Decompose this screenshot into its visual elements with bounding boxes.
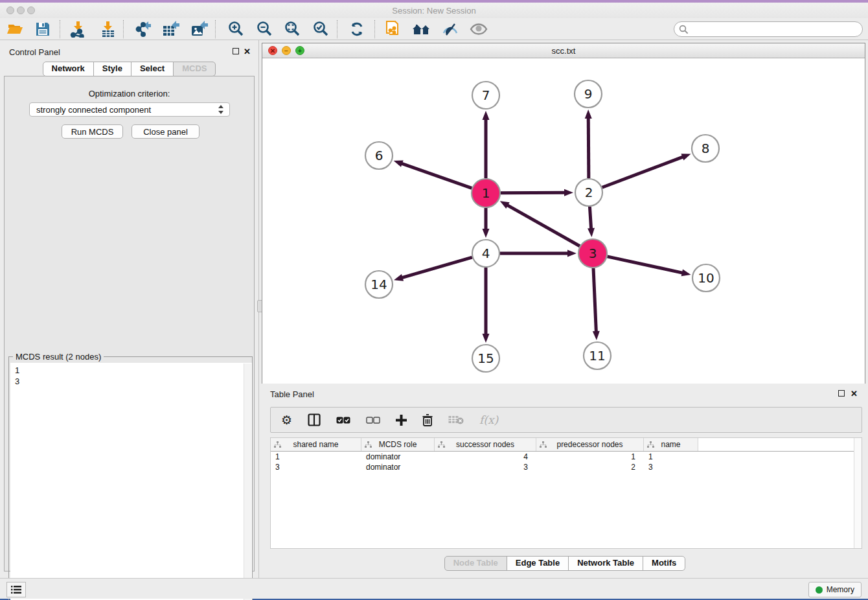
sort-column-icon[interactable] <box>365 441 372 448</box>
table-cell[interactable]: 1 <box>644 452 698 462</box>
edge-3-10[interactable] <box>607 257 683 273</box>
network-graph[interactable]: 7968124314101511 <box>262 59 865 384</box>
clone-network-button[interactable] <box>383 19 403 39</box>
table-cell[interactable]: 3 <box>435 462 536 472</box>
search-input[interactable] <box>689 25 862 34</box>
table-cell[interactable]: 4 <box>435 452 536 462</box>
close-panel-button[interactable]: Close panel <box>131 124 200 139</box>
run-mcds-button[interactable]: Run MCDS <box>62 124 123 139</box>
toolbar-separator <box>374 20 375 38</box>
network-window-titlebar[interactable]: ✕ − + scc.txt <box>262 43 865 58</box>
search-box[interactable] <box>674 21 863 37</box>
table-cell[interactable]: 3 <box>271 462 361 472</box>
toolbar-separator <box>123 20 124 38</box>
export-image-icon <box>190 21 209 38</box>
deselect-all-rows-button[interactable] <box>366 417 380 424</box>
column-header-name[interactable]: name <box>644 438 698 451</box>
zoom-out-button[interactable] <box>255 19 274 39</box>
node-label-7: 7 <box>482 87 490 103</box>
mcds-result-area[interactable]: 1 3 <box>10 363 252 600</box>
result-scrollbar[interactable] <box>244 363 251 600</box>
criterion-select[interactable]: strongly connected component <box>29 102 230 117</box>
tab-mcds[interactable]: MCDS <box>173 62 216 76</box>
show-hide-button[interactable] <box>469 19 488 39</box>
export-image-button[interactable] <box>190 19 209 39</box>
edge-2-3[interactable] <box>589 207 591 230</box>
zoom-selected-button[interactable] <box>311 19 330 39</box>
add-column-button[interactable] <box>396 415 407 426</box>
edge-arrowhead <box>593 331 600 340</box>
home-button[interactable] <box>412 19 431 39</box>
tab-node-table[interactable]: Node Table <box>444 556 507 571</box>
table-toolbar: ⚙ f(x) <box>270 407 862 433</box>
save-session-button[interactable] <box>33 19 52 39</box>
export-network-button[interactable] <box>133 19 153 39</box>
node-table[interactable]: shared nameMCDS rolesuccessor nodesprede… <box>270 437 862 549</box>
export-table-button[interactable] <box>161 19 181 39</box>
sort-column-icon[interactable] <box>438 441 445 448</box>
edge-2-9[interactable] <box>588 117 589 178</box>
column-header-shared-name[interactable]: shared name <box>271 438 361 451</box>
edge-arrowhead <box>585 110 592 119</box>
tab-style[interactable]: Style <box>93 62 131 76</box>
edge-3-1[interactable] <box>506 205 580 246</box>
column-settings-button[interactable]: ⚙ <box>281 414 292 426</box>
float-table-panel-icon[interactable] <box>838 390 845 397</box>
table-tabs: Node TableEdge TableNetwork TableMotifs <box>262 556 868 571</box>
zoom-in-button[interactable] <box>226 19 246 39</box>
delete-columns-button[interactable] <box>422 414 433 426</box>
network-canvas[interactable]: 7968124314101511 <box>262 59 865 384</box>
table-cell[interactable]: 2 <box>536 462 644 472</box>
node-label-9: 9 <box>584 86 593 102</box>
table-cell[interactable]: dominator <box>361 452 435 462</box>
edge-2-8[interactable] <box>602 156 685 187</box>
column-header-successor-nodes[interactable]: successor nodes <box>435 438 536 451</box>
column-header-MCDS-role[interactable]: MCDS role <box>361 438 435 451</box>
column-header-predecessor-nodes[interactable]: predecessor nodes <box>536 438 644 451</box>
table-row[interactable]: 1dominator411 <box>271 452 862 462</box>
destroy-table-button[interactable] <box>448 415 464 424</box>
table-cell[interactable]: 1 <box>271 452 361 462</box>
sort-column-icon[interactable] <box>274 441 281 448</box>
edge-3-11[interactable] <box>593 268 596 333</box>
table-cell[interactable]: 1 <box>536 452 644 462</box>
edge-1-2[interactable] <box>501 192 566 193</box>
import-table-icon <box>100 21 117 38</box>
node-label-8: 8 <box>702 141 710 156</box>
sort-column-icon[interactable] <box>647 441 654 448</box>
export-table-icon <box>162 21 180 38</box>
plus-icon <box>396 415 407 426</box>
edge-arrowhead <box>483 334 490 343</box>
tab-motifs[interactable]: Motifs <box>643 556 685 571</box>
float-panel-icon[interactable] <box>233 48 239 54</box>
edge-1-6[interactable] <box>400 163 472 189</box>
import-table-button[interactable] <box>98 19 118 39</box>
tab-network-table[interactable]: Network Table <box>568 556 643 571</box>
select-all-rows-button[interactable] <box>336 417 350 424</box>
sort-column-icon[interactable] <box>540 441 547 448</box>
memory-button[interactable]: Memory <box>808 582 862 597</box>
table-cell[interactable]: dominator <box>361 462 435 472</box>
apply-function-button[interactable]: f(x) <box>479 413 498 426</box>
zoom-fit-button[interactable] <box>282 19 302 39</box>
close-panel-icon[interactable]: ✕ <box>244 48 251 56</box>
tab-network[interactable]: Network <box>43 62 94 76</box>
open-session-button[interactable] <box>6 19 25 39</box>
toggle-annotation-visibility-button[interactable] <box>440 19 460 39</box>
table-cell[interactable]: 3 <box>644 462 698 472</box>
home-icon <box>412 21 431 37</box>
refresh-view-button[interactable] <box>347 19 367 39</box>
table-scrollbar[interactable] <box>854 438 862 548</box>
window-titlebar: Session: New Session <box>0 3 868 18</box>
search-icon <box>679 25 689 34</box>
import-network-button[interactable] <box>69 19 88 39</box>
edge-4-14[interactable] <box>401 257 472 278</box>
tab-select[interactable]: Select <box>131 62 174 76</box>
criterion-value: strongly connected component <box>36 105 151 115</box>
tab-edge-table[interactable]: Edge Table <box>507 556 569 571</box>
split-table-button[interactable] <box>308 413 321 426</box>
table-row[interactable]: 3dominator323 <box>271 462 862 472</box>
close-table-panel-icon[interactable]: ✕ <box>851 390 858 398</box>
split-view-icon <box>308 413 321 426</box>
task-history-button[interactable] <box>6 582 26 597</box>
